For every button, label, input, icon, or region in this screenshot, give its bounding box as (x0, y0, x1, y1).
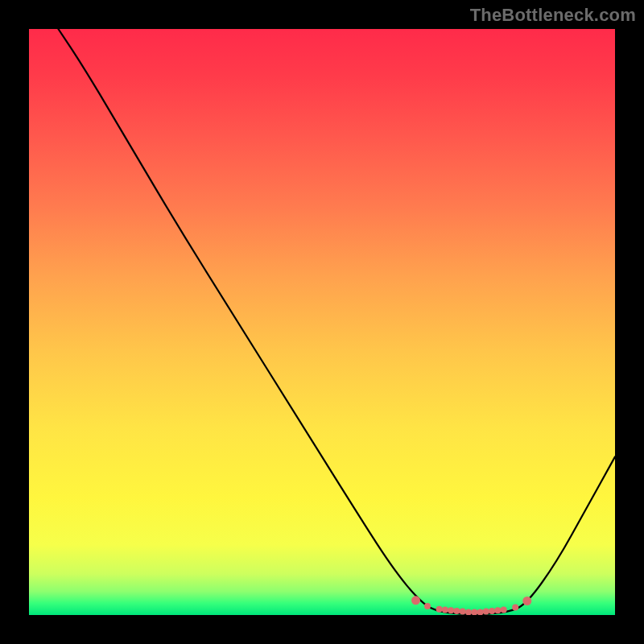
sweet-spot-marker (465, 609, 472, 615)
watermark-text: TheBottleneck.com (470, 5, 636, 26)
sweet-spot-marker (424, 603, 431, 609)
bottleneck-curve (58, 29, 615, 614)
sweet-spot-marker (442, 606, 448, 613)
sweet-spot-marker (460, 609, 466, 615)
curve-layer (29, 29, 615, 615)
sweet-spot-marker (436, 606, 443, 613)
sweet-spot-marker (453, 608, 460, 614)
sweet-spot-marker (512, 605, 518, 611)
sweet-spot-marker (483, 609, 489, 615)
plot-area (29, 29, 615, 615)
sweet-spot-marker (489, 608, 495, 614)
sweet-spot-marker (477, 609, 484, 615)
sweet-spot-marker (501, 606, 507, 613)
sweet-spot-marker (411, 596, 420, 605)
sweet-spot-marker (448, 607, 454, 613)
sweet-spot-markers (411, 596, 531, 615)
sweet-spot-marker (471, 609, 477, 615)
chart-frame: TheBottleneck.com (0, 0, 644, 644)
sweet-spot-marker (494, 607, 501, 613)
sweet-spot-marker (522, 597, 531, 605)
